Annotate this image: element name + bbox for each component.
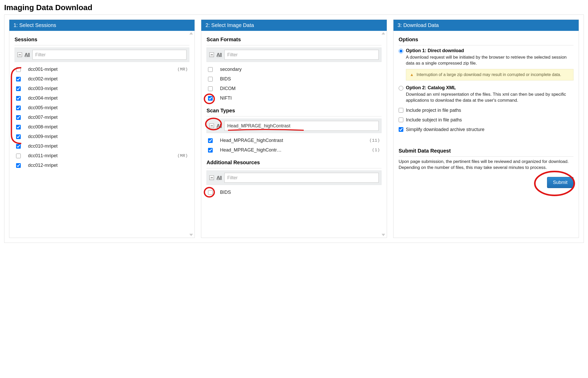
item-checkbox[interactable]	[208, 138, 213, 143]
submit-button[interactable]: Submit	[547, 177, 573, 188]
item-label: dcc009-mripet	[28, 134, 188, 139]
item-checkbox[interactable]	[208, 86, 213, 91]
option1-radio[interactable]	[399, 49, 403, 53]
scan-types-all-link[interactable]: All	[217, 123, 222, 129]
item-checkbox[interactable]	[16, 144, 21, 149]
list-item[interactable]: dcc012-mripet	[15, 161, 189, 170]
divider	[15, 45, 189, 45]
panel2-header: 2: Select Image Data	[201, 20, 386, 31]
item-label: secondary	[220, 67, 380, 72]
option1-row[interactable]: Option 1: Direct download	[399, 48, 573, 53]
list-item[interactable]: dcc005-mripet	[15, 103, 189, 113]
option1-title: Option 1: Direct download	[406, 48, 464, 53]
list-item[interactable]: dcc001-mripet(MR)	[15, 65, 189, 74]
include-project-checkbox[interactable]	[399, 108, 403, 113]
collapse-icon[interactable]: −	[17, 52, 22, 57]
item-checkbox[interactable]	[16, 86, 21, 91]
sessions-filterbar: − All	[15, 47, 189, 62]
item-count: (1)	[372, 148, 380, 153]
list-item[interactable]: dcc004-mripet	[15, 93, 189, 103]
list-item[interactable]: Head_MPRAGE_highContr…(1)	[206, 145, 381, 155]
scan-types-filterbar: − All	[206, 119, 381, 133]
list-item[interactable]: Head_MPRAGE_highContrast(11)	[206, 136, 381, 145]
item-checkbox[interactable]	[208, 190, 213, 195]
scroll-down-icon[interactable]	[382, 234, 385, 236]
list-item[interactable]: dcc007-mripet	[15, 113, 189, 122]
list-item[interactable]: dcc009-mripet	[15, 132, 189, 141]
item-label: dcc011-mripet	[28, 153, 170, 159]
include-project-row[interactable]: Include project in file paths	[399, 108, 573, 113]
additional-filter-input[interactable]	[224, 173, 378, 183]
list-item[interactable]: DICOM	[206, 84, 381, 93]
item-checkbox[interactable]	[208, 148, 213, 153]
item-label: BIDS	[220, 190, 380, 195]
item-count: (11)	[369, 138, 380, 143]
item-checkbox[interactable]	[16, 106, 21, 110]
collapse-icon[interactable]: −	[209, 123, 214, 128]
scan-formats-filter-input[interactable]	[224, 50, 378, 60]
include-subject-row[interactable]: Include subject in file paths	[399, 117, 573, 123]
list-item[interactable]: dcc010-mripet	[15, 141, 189, 151]
item-checkbox[interactable]	[16, 125, 21, 129]
list-item[interactable]: dcc002-mripet	[15, 74, 189, 84]
item-label: DICOM	[220, 86, 380, 91]
scan-types-filter-input[interactable]	[224, 121, 378, 131]
panel-select-sessions: 1: Select Sessions Sessions − All dcc001…	[9, 19, 195, 238]
sessions-list: dcc001-mripet(MR)dcc002-mripetdcc003-mri…	[15, 65, 189, 170]
item-label: dcc002-mripet	[28, 76, 188, 82]
item-checkbox[interactable]	[208, 96, 213, 101]
include-subject-checkbox[interactable]	[399, 118, 403, 122]
simplify-checkbox[interactable]	[399, 127, 403, 132]
simplify-label: Simplify downloaded archive structure	[406, 127, 485, 132]
divider	[206, 116, 381, 116]
scroll-down-icon[interactable]	[189, 234, 193, 236]
item-label: Head_MPRAGE_highContr…	[220, 147, 365, 153]
item-checkbox[interactable]	[16, 134, 21, 139]
list-item[interactable]: BIDS	[206, 74, 381, 84]
option1-desc: A download request will be initiated by …	[406, 54, 573, 66]
item-checkbox[interactable]	[16, 154, 21, 158]
item-checkbox[interactable]	[16, 67, 21, 72]
simplify-row[interactable]: Simplify downloaded archive structure	[399, 127, 573, 132]
panel3-header: 3: Download Data	[393, 20, 579, 31]
include-subject-label: Include subject in file paths	[406, 117, 462, 123]
scan-types-list: Head_MPRAGE_highContrast(11)Head_MPRAGE_…	[206, 136, 381, 155]
collapse-icon[interactable]: −	[209, 175, 214, 180]
additional-all-link[interactable]: All	[217, 175, 222, 181]
list-item[interactable]: dcc003-mripet	[15, 84, 189, 93]
sessions-all-link[interactable]: All	[25, 52, 30, 58]
item-label: Head_MPRAGE_highContrast	[220, 138, 362, 143]
item-label: dcc012-mripet	[28, 163, 188, 168]
sessions-filter-input[interactable]	[32, 50, 186, 60]
item-label: dcc008-mripet	[28, 124, 188, 130]
panel-select-image-data: 2: Select Image Data Scan Formats − All …	[201, 19, 387, 238]
item-checkbox[interactable]	[16, 96, 21, 101]
item-checkbox[interactable]	[16, 115, 21, 120]
list-item[interactable]: NIFTI	[206, 93, 381, 103]
list-item[interactable]: dcc011-mripet(MR)	[15, 151, 189, 161]
collapse-icon[interactable]: −	[209, 52, 214, 57]
option2-desc: Download an xml representation of the fi…	[406, 92, 573, 104]
scan-formats-filterbar: − All	[206, 47, 381, 62]
item-label: BIDS	[220, 76, 380, 82]
panel1-body: Sessions − All dcc001-mripet(MR)dcc002-m…	[9, 31, 195, 238]
item-label: dcc005-mripet	[28, 105, 188, 111]
main-wrapper: 1: Select Sessions Sessions − All dcc001…	[4, 15, 584, 243]
list-item[interactable]: BIDS	[206, 188, 381, 197]
additional-filterbar: − All	[206, 170, 381, 185]
list-item[interactable]: secondary	[206, 65, 381, 74]
panel1-header: 1: Select Sessions	[9, 20, 195, 31]
panel2-body: Scan Formats − All secondaryBIDSDICOMNIF…	[201, 31, 386, 238]
item-label: dcc004-mripet	[28, 95, 188, 101]
item-checkbox[interactable]	[16, 163, 21, 168]
additional-list: BIDS	[206, 188, 381, 197]
item-checkbox[interactable]	[208, 77, 213, 81]
item-checkbox[interactable]	[16, 77, 21, 81]
include-project-label: Include project in file paths	[406, 108, 461, 113]
item-checkbox[interactable]	[208, 67, 213, 72]
list-item[interactable]: dcc008-mripet	[15, 122, 189, 132]
option2-row[interactable]: Option 2: Catalog XML	[399, 85, 573, 91]
option2-radio[interactable]	[399, 86, 403, 91]
scan-formats-all-link[interactable]: All	[217, 52, 222, 58]
panel3-body: Options Option 1: Direct download A down…	[393, 31, 579, 238]
